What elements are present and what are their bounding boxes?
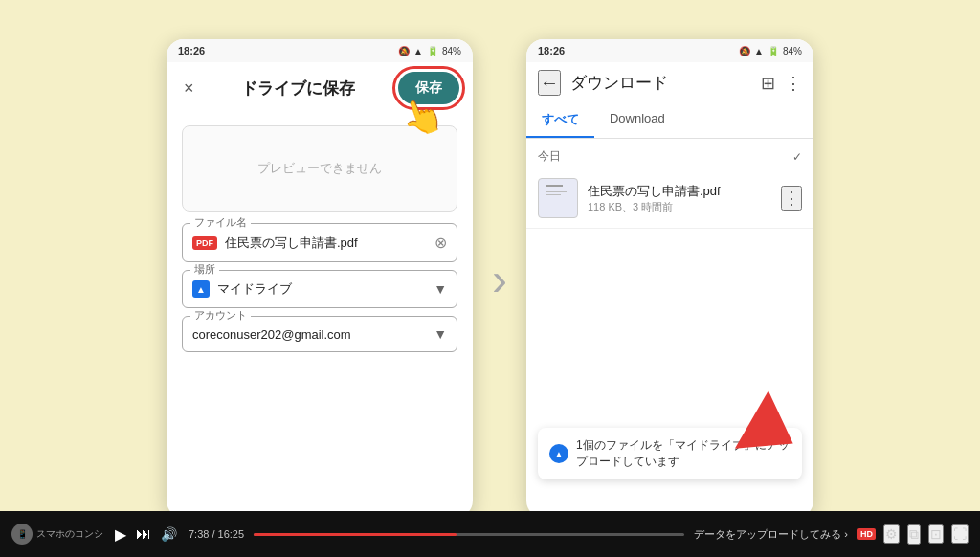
wifi-icon: ▲ <box>413 46 423 56</box>
toast-icon: ▲ <box>549 444 568 463</box>
tab-all[interactable]: すべて <box>526 103 594 138</box>
svg-rect-3 <box>546 191 567 192</box>
location-value: マイドライブ <box>217 280 426 298</box>
location-label: 場所 <box>190 262 219 277</box>
play-button[interactable]: ▶ <box>113 524 128 546</box>
hd-badge: HD <box>858 528 876 540</box>
filename-value: 住民票の写し申請書.pdf <box>225 234 427 252</box>
time-display: 7:38 / 16:25 <box>189 528 244 540</box>
wifi-icon-r: ▲ <box>754 46 764 56</box>
settings-button[interactable]: ⚙ <box>883 524 900 544</box>
right-title: ダウンロード <box>570 72 751 94</box>
left-status-bar: 18:26 🔕 ▲ 🔋 84% <box>167 39 473 62</box>
battery-percent-r: 84% <box>783 46 802 56</box>
progress-fill <box>254 533 457 536</box>
notification-icon-r: 🔕 <box>739 46 750 56</box>
dropdown-arrow-location: ▼ <box>434 281 447 297</box>
grid-icon[interactable]: ⊞ <box>761 73 775 94</box>
pip-button[interactable]: ⧉ <box>907 524 921 545</box>
fullscreen-button[interactable]: ⛶ <box>951 524 969 544</box>
dropdown-arrow-account: ▼ <box>434 326 447 342</box>
file-info: 住民票の写し申請書.pdf 118 KB、3 時間前 <box>588 183 771 214</box>
account-field[interactable]: アカウント coreconuser202@gmail.com ▼ <box>182 316 457 352</box>
dialog-title: ドライブに保存 <box>241 78 355 100</box>
close-button[interactable]: × <box>180 75 198 102</box>
channel-logo: 📱 スマホのコンシ <box>11 524 103 545</box>
battery-percent: 84% <box>442 46 461 56</box>
file-meta: 118 KB、3 時間前 <box>588 200 771 214</box>
location-field[interactable]: 場所 ▲ マイドライブ ▼ <box>182 270 457 308</box>
file-more-button[interactable]: ⋮ <box>781 186 802 211</box>
right-status-bar: 18:26 🔕 ▲ 🔋 84% <box>526 39 813 62</box>
miniplayer-button[interactable]: ⊡ <box>928 524 944 544</box>
tab-download[interactable]: Download <box>594 103 680 138</box>
right-phone: 18:26 🔕 ▲ 🔋 84% ← ダウンロード ⊞ ⋮ すべて <box>526 39 813 518</box>
svg-rect-1 <box>546 185 563 187</box>
logo-icon: 📱 <box>11 524 33 545</box>
left-time: 18:26 <box>178 45 205 56</box>
preview-text: プレビューできません <box>257 160 382 177</box>
play-controls: ▶ ⏭ 🔊 <box>113 524 179 546</box>
right-controls: HD ⚙ ⧉ ⊡ ⛶ <box>858 524 969 545</box>
right-time: 18:26 <box>538 45 565 56</box>
file-name: 住民票の写し申請書.pdf <box>588 183 771 200</box>
video-title: データをアップロードしてみる › <box>694 527 848 542</box>
section-header: 今日 ✓ <box>526 139 813 168</box>
svg-rect-2 <box>546 189 567 189</box>
volume-button[interactable]: 🔊 <box>159 524 179 544</box>
check-icon: ✓ <box>792 150 802 164</box>
skip-button[interactable]: ⏭ <box>134 524 153 545</box>
progress-bar[interactable] <box>254 533 684 536</box>
account-value: coreconuser202@gmail.com <box>192 327 426 342</box>
video-bar: 📱 スマホのコンシ ▶ ⏭ 🔊 7:38 / 16:25 データをアップロードし… <box>0 511 980 557</box>
back-button[interactable]: ← <box>538 70 561 96</box>
account-label: アカウント <box>190 308 251 323</box>
notification-icon: 🔕 <box>398 46 410 56</box>
more-button[interactable]: ⋮ <box>785 73 802 94</box>
filename-field[interactable]: ファイル名 PDF 住民票の写し申請書.pdf ⊗ <box>182 223 457 262</box>
battery-icon: 🔋 <box>427 46 438 56</box>
battery-icon-r: 🔋 <box>768 46 779 56</box>
drive-icon: ▲ <box>192 280 210 298</box>
file-row[interactable]: 住民票の写し申請書.pdf 118 KB、3 時間前 ⋮ <box>526 168 813 229</box>
clear-filename-button[interactable]: ⊗ <box>434 234 447 252</box>
right-header: ← ダウンロード ⊞ ⋮ <box>526 62 813 103</box>
svg-rect-4 <box>546 194 561 195</box>
pdf-icon: PDF <box>192 236 217 250</box>
filename-label: ファイル名 <box>190 215 251 230</box>
next-arrow: › <box>492 253 507 305</box>
tabs-row: すべて Download <box>526 103 813 139</box>
channel-name: スマホのコンシ <box>36 527 103 541</box>
file-thumbnail <box>538 178 578 218</box>
today-label: 今日 <box>538 148 561 165</box>
